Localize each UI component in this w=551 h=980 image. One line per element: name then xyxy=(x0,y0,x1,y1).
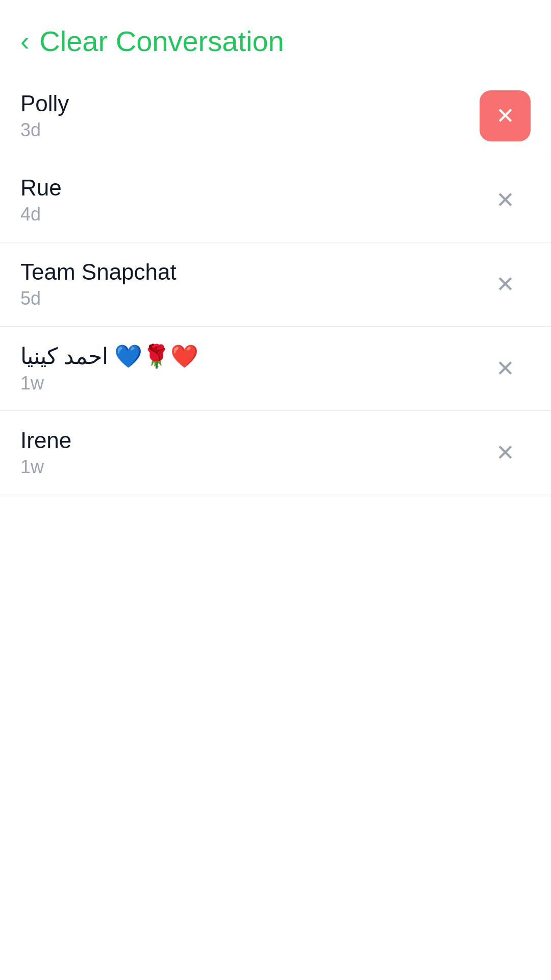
close-icon: ✕ xyxy=(496,273,515,296)
conversation-item-rue[interactable]: Rue4d✕ xyxy=(0,158,551,242)
conversation-item-irene[interactable]: Irene1w✕ xyxy=(0,411,551,495)
close-button-irene[interactable]: ✕ xyxy=(480,427,531,478)
conversation-name: احمد کینیا 💙🌹❤️ xyxy=(20,343,198,370)
close-icon: ✕ xyxy=(496,105,515,127)
conversation-item-polly[interactable]: Polly3d✕ xyxy=(0,74,551,158)
header: ‹ Clear Conversation xyxy=(0,0,551,74)
conversation-name: Irene xyxy=(20,428,71,453)
conversation-info: Polly3d xyxy=(20,91,69,141)
conversation-time: 5d xyxy=(20,288,177,309)
conversation-list: Polly3d✕Rue4d✕Team Snapchat5d✕احمد کینیا… xyxy=(0,74,551,495)
conversation-item-ahmad[interactable]: احمد کینیا 💙🌹❤️1w✕ xyxy=(0,327,551,411)
page-title: Clear Conversation xyxy=(39,24,284,58)
close-icon: ✕ xyxy=(496,357,515,380)
conversation-time: 1w xyxy=(20,456,71,478)
close-icon: ✕ xyxy=(496,442,515,464)
conversation-info: Rue4d xyxy=(20,175,62,225)
conversation-time: 3d xyxy=(20,119,69,141)
conversation-info: Team Snapchat5d xyxy=(20,259,177,309)
close-button-ahmad[interactable]: ✕ xyxy=(480,343,531,394)
close-button-polly[interactable]: ✕ xyxy=(480,90,531,141)
conversation-name: Rue xyxy=(20,175,62,201)
conversation-info: Irene1w xyxy=(20,428,71,478)
conversation-name: Polly xyxy=(20,91,69,116)
conversation-name: Team Snapchat xyxy=(20,259,177,285)
close-icon: ✕ xyxy=(496,189,515,211)
back-button[interactable]: ‹ xyxy=(20,28,29,55)
conversation-time: 4d xyxy=(20,204,62,225)
conversation-time: 1w xyxy=(20,373,198,394)
close-button-team-snapchat[interactable]: ✕ xyxy=(480,259,531,310)
conversation-info: احمد کینیا 💙🌹❤️1w xyxy=(20,343,198,394)
close-button-rue[interactable]: ✕ xyxy=(480,175,531,226)
conversation-item-team-snapchat[interactable]: Team Snapchat5d✕ xyxy=(0,242,551,327)
